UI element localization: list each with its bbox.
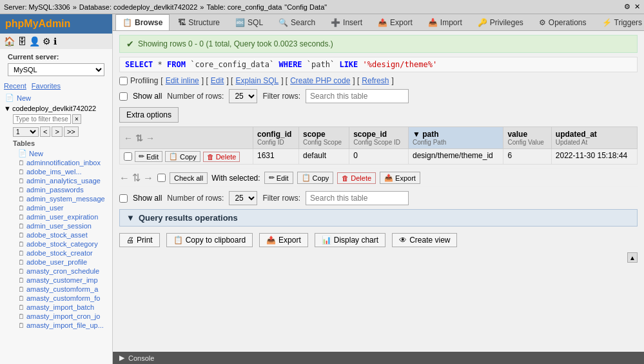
col-header-updated-at[interactable]: updated_atUpdated At: [551, 127, 637, 149]
sel-nav-sort-icon[interactable]: ⇅: [132, 172, 141, 184]
table-item[interactable]: 🗒admin_user: [0, 203, 112, 212]
export-icon: 📤: [378, 18, 387, 27]
copy-row-button[interactable]: 📋 Copy: [165, 151, 200, 162]
create-view-label: Create view: [409, 236, 450, 245]
sel-nav-right-icon[interactable]: →: [143, 172, 153, 184]
table-item[interactable]: 🗒amasty_cron_schedule: [0, 267, 112, 276]
table-item[interactable]: 🗒amasty_import_batch: [0, 303, 112, 312]
table-item[interactable]: 🗒amasty_customform_a: [0, 285, 112, 294]
create-view-icon: 👁: [399, 236, 407, 245]
explain-sql-link[interactable]: Explain SQL: [235, 76, 278, 85]
col-header-value[interactable]: valueConfig Value: [503, 127, 551, 149]
check-all-button[interactable]: Check all: [170, 172, 208, 184]
delete-selected-button[interactable]: 🗑 Delete: [337, 172, 376, 184]
console-bar[interactable]: ▶ Console: [113, 352, 644, 364]
rows-select-bottom[interactable]: 25: [229, 191, 257, 205]
display-chart-button[interactable]: 📊 Display chart: [315, 233, 385, 247]
table-item[interactable]: 🗒admin_analytics_usage: [0, 176, 112, 185]
show-all-label: Show all: [133, 92, 162, 101]
col-header-scope-id[interactable]: scope_idConfig Scope ID: [349, 127, 409, 149]
nav-sort-icon[interactable]: ⇅: [135, 133, 143, 143]
col-header-path[interactable]: ▼ pathConfig Path: [409, 127, 503, 149]
tab-sql[interactable]: 🔤SQL: [228, 14, 270, 30]
copy-clipboard-button[interactable]: 📋 Copy to clipboard: [166, 233, 253, 247]
table-name: amasty_customform_a: [26, 285, 98, 293]
col-header-config-id[interactable]: config_idConfig ID: [253, 127, 299, 149]
table-item[interactable]: 🗒adobe_stock_category: [0, 239, 112, 248]
db-icon[interactable]: 🗄: [17, 36, 26, 46]
table-item[interactable]: 🗒adobe_user_profile: [0, 258, 112, 267]
tab-export[interactable]: 📤Export: [371, 14, 420, 30]
table-item[interactable]: 🗒adobe_ims_wel...: [0, 167, 112, 176]
show-all-checkbox[interactable]: [119, 92, 128, 101]
print-button[interactable]: 🖨 Print: [119, 233, 160, 247]
show-all-checkbox-bottom[interactable]: [119, 194, 128, 203]
extra-options-button[interactable]: Extra options: [119, 107, 179, 123]
settings-icon[interactable]: ⚙: [43, 36, 51, 46]
nav-next2-btn[interactable]: >>: [64, 126, 79, 137]
export-selected-button[interactable]: 📤 Export: [380, 172, 420, 184]
nav-left-icon[interactable]: ←: [124, 133, 133, 143]
profiling-sep1: [: [161, 76, 162, 85]
scroll-up-button[interactable]: ▲: [627, 252, 638, 263]
tab-search[interactable]: 🔍Search: [271, 14, 322, 30]
table-item[interactable]: 🗒amasty_customer_imp: [0, 276, 112, 285]
table-item[interactable]: 🗒admin_passwords: [0, 185, 112, 194]
info-icon[interactable]: ℹ: [54, 36, 57, 46]
query-results-header[interactable]: ▼ Query results operations: [119, 209, 638, 227]
nav-prev-btn[interactable]: <: [40, 126, 50, 137]
db-item-codedeploy[interactable]: ▼ codedeploy_devlkit742022: [0, 104, 112, 113]
table-item[interactable]: 🗒adminnotification_inbox: [0, 158, 112, 167]
table-item[interactable]: 🗒amasty_import_file_up...: [0, 321, 112, 330]
nav-next-btn[interactable]: >: [52, 126, 62, 137]
edit-inline-link[interactable]: Edit inline: [166, 76, 199, 85]
table-item[interactable]: 🗒adobe_stock_creator: [0, 248, 112, 258]
filter-input-bottom[interactable]: [306, 191, 409, 205]
nav-right-icon[interactable]: →: [146, 133, 155, 143]
profiling-checkbox[interactable]: [119, 77, 128, 85]
col-header-scope[interactable]: scopeConfig Scope: [299, 127, 349, 149]
row-checkbox[interactable]: [124, 152, 132, 161]
table-item[interactable]: 🗒amasty_customform_fo: [0, 294, 112, 303]
edit-selected-button[interactable]: ✏ Edit: [264, 172, 293, 184]
tab-browse[interactable]: 📋Browse: [115, 14, 170, 30]
table-list: 🗒adminnotification_inbox🗒adobe_ims_wel..…: [0, 158, 112, 330]
tab-privileges[interactable]: 🔑Privileges: [471, 14, 531, 30]
check-all-checkbox[interactable]: [157, 174, 166, 182]
tab-triggers[interactable]: ⚡Triggers: [595, 14, 644, 30]
settings-icon[interactable]: ⚙: [624, 3, 630, 11]
recent-link[interactable]: Recent: [4, 82, 26, 90]
table-name: adminnotification_inbox: [26, 159, 101, 167]
export-button[interactable]: 📤 Export: [259, 233, 308, 247]
copy-selected-button[interactable]: 📋 Copy: [297, 172, 334, 184]
sel-nav-left-icon[interactable]: ←: [119, 172, 130, 184]
create-php-link[interactable]: Create PHP code: [290, 76, 350, 85]
favorites-link[interactable]: Favorites: [32, 82, 61, 90]
refresh-link[interactable]: Refresh: [362, 76, 389, 85]
table-filter-clear[interactable]: ×: [72, 114, 81, 124]
exit-icon[interactable]: ✕: [634, 3, 640, 11]
tab-import[interactable]: 📥Import: [421, 14, 469, 30]
table-item[interactable]: 🗒admin_user_expiration: [0, 212, 112, 221]
page-select[interactable]: 1: [13, 127, 39, 137]
tab-insert[interactable]: ➕Insert: [324, 14, 369, 30]
table-item[interactable]: 🗒admin_system_message: [0, 194, 112, 203]
user-icon[interactable]: 👤: [29, 36, 40, 46]
new-db-button[interactable]: 📄 New: [0, 92, 112, 104]
create-view-button[interactable]: 👁 Create view: [392, 233, 457, 247]
filter-input[interactable]: [306, 89, 409, 103]
sql-value: '%design/theme%': [363, 60, 438, 69]
edit-row-button[interactable]: ✏ Edit: [135, 151, 162, 162]
table-item[interactable]: 🗒amasty_import_cron_jo: [0, 312, 112, 321]
rows-select[interactable]: 25: [229, 89, 257, 103]
home-icon[interactable]: 🏠: [4, 36, 15, 46]
table-item-new[interactable]: 📄 New: [0, 148, 112, 158]
delete-row-button[interactable]: 🗑 Delete: [203, 152, 240, 162]
tab-structure[interactable]: 🏗Structure: [171, 14, 227, 30]
edit-link[interactable]: Edit: [211, 76, 224, 85]
table-item[interactable]: 🗒admin_user_session: [0, 221, 112, 230]
server-select[interactable]: MySQL: [8, 63, 104, 76]
tab-operations[interactable]: ⚙Operations: [532, 14, 594, 30]
table-filter-input[interactable]: [13, 114, 71, 124]
table-item[interactable]: 🗒adobe_stock_asset: [0, 230, 112, 239]
